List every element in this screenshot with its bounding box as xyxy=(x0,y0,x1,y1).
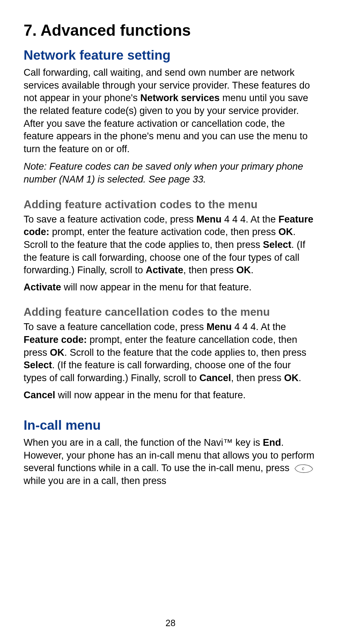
text: . xyxy=(251,265,254,275)
subhead-adding-activation-codes: Adding feature activation codes to the m… xyxy=(24,198,316,211)
activation-result-paragraph: Activate will now appear in the menu for… xyxy=(24,281,316,294)
bold-menu: Menu xyxy=(207,321,232,332)
text: When you are in a call, the function of … xyxy=(24,437,263,448)
bold-ok: OK xyxy=(236,265,251,275)
bold-select: Select xyxy=(24,360,52,370)
section-network-feature-setting: Network feature setting xyxy=(24,48,316,63)
text: will now appear in the menu for that fea… xyxy=(55,390,246,400)
bold-cancel: Cancel xyxy=(24,390,55,400)
page-number: 28 xyxy=(0,618,341,628)
text: will now appear in the menu for that fea… xyxy=(61,282,252,293)
bold-ok: OK xyxy=(50,347,65,358)
activation-steps-paragraph: To save a feature activation code, press… xyxy=(24,213,316,277)
bold-end: End xyxy=(263,437,281,448)
text: prompt, enter the feature activation cod… xyxy=(49,226,278,237)
bold-ok: OK xyxy=(284,373,299,383)
bold-activate: Activate xyxy=(24,282,61,293)
bold-feature-code: Feature code: xyxy=(24,334,87,345)
note-paragraph: Note: Feature codes can be saved only wh… xyxy=(24,160,316,186)
chapter-title: 7. Advanced functions xyxy=(24,21,316,39)
manual-page: 7. Advanced functions Network feature se… xyxy=(0,0,341,644)
c-key-icon: c xyxy=(293,464,314,474)
bold-menu: Menu xyxy=(196,214,222,225)
cancellation-steps-paragraph: To save a feature cancellation code, pre… xyxy=(24,321,316,384)
text: To save a feature activation code, press xyxy=(24,214,196,225)
bold-cancel: Cancel xyxy=(199,373,231,383)
incall-paragraph: When you are in a call, the function of … xyxy=(24,436,316,488)
text: 4 4 4. At the xyxy=(222,214,278,225)
intro-paragraph: Call forwarding, call waiting, and send … xyxy=(24,66,316,155)
text: . Scroll to the feature that the code ap… xyxy=(64,347,306,358)
bold-ok: OK xyxy=(278,226,293,237)
text: while you are in a call, then press xyxy=(24,475,166,486)
text: , then press xyxy=(231,373,284,383)
text: , then press xyxy=(183,265,237,275)
text: . xyxy=(298,373,301,383)
bold-network-services: Network services xyxy=(140,93,219,103)
section-in-call-menu: In-call menu xyxy=(24,418,316,433)
svg-text:c: c xyxy=(302,466,305,471)
bold-select: Select xyxy=(263,239,291,250)
bold-activate: Activate xyxy=(146,265,183,275)
cancellation-result-paragraph: Cancel will now appear in the menu for t… xyxy=(24,389,316,402)
text: 4 4 4. At the xyxy=(232,321,286,332)
subhead-adding-cancellation-codes: Adding feature cancellation codes to the… xyxy=(24,306,316,319)
text: To save a feature cancellation code, pre… xyxy=(24,321,207,332)
